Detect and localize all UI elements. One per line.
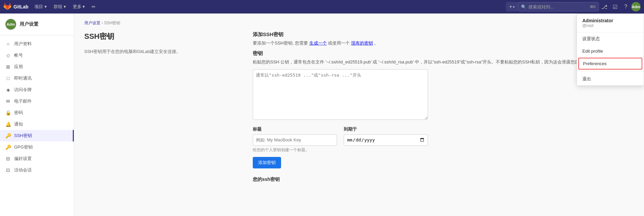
nav-more[interactable]: 更多 ▾	[69, 0, 89, 14]
user-dropdown: Administrator @root 设置状态 Edit profile Pr…	[577, 14, 644, 86]
generate-key-link[interactable]: 生成一个	[309, 40, 327, 46]
dropdown-user-info: Administrator @root	[577, 14, 644, 32]
title-label: 标题	[253, 126, 337, 132]
brand-logo[interactable]: GitLab	[3, 3, 28, 11]
search-icon: 🔍	[521, 4, 526, 9]
apps-icon: ⊞	[5, 64, 11, 70]
dropdown-divider	[577, 71, 644, 71]
sidebar-item-account[interactable]: ◇ 帐号	[0, 50, 74, 61]
gpg-key-icon: 🔑	[5, 144, 11, 150]
brand-text: GitLab	[13, 4, 28, 9]
nav-groups[interactable]: 群组 ▾	[50, 0, 69, 14]
sidebar-header: Adm 用户设置	[0, 19, 74, 35]
dropdown-set-status[interactable]: 设置状态	[577, 32, 644, 45]
search-input[interactable]	[528, 4, 588, 9]
sessions-icon: ⊡	[5, 167, 11, 173]
sidebar-item-im[interactable]: □ 即时通讯	[0, 73, 74, 84]
breadcrumb-parent[interactable]: 用户设置	[84, 21, 100, 25]
sidebar-item-active-sessions[interactable]: ⊡ 活动会话	[0, 164, 74, 176]
bell-icon: 🔔	[5, 122, 11, 127]
sidebar-item-ssh-keys[interactable]: 🔑 SSH密钥	[0, 130, 74, 141]
existing-keys-section-title: 您的ssh密钥	[253, 177, 634, 183]
dropdown-preferences[interactable]: Preferences	[578, 58, 642, 70]
sidebar-item-applications[interactable]: ⊞ 应用	[0, 61, 74, 73]
lock-icon: 🔒	[5, 110, 11, 115]
dropdown-logout[interactable]: 退出	[577, 73, 644, 85]
breadcrumb: 用户设置 › SSH密钥	[84, 20, 634, 26]
expiry-label: 到期于	[344, 126, 428, 132]
page-description: SSH密钥用于在您的电脑和GitLab建立安全连接。	[84, 48, 239, 55]
sidebar-item-access-tokens[interactable]: ◈ 访问令牌	[0, 84, 74, 96]
sidebar: Adm 用户设置 ○ 用户资料 ◇ 帐号 ⊞ 应用 □ 即时通讯 ◈ 访问令牌 …	[0, 14, 74, 216]
main-content: 用户设置 › SSH密钥 SSH密钥 SSH密钥用于在您的电脑和GitLab建立…	[74, 14, 644, 216]
email-icon: ✉	[5, 99, 11, 104]
token-icon: ◈	[5, 87, 11, 92]
chat-icon: □	[5, 76, 11, 81]
sidebar-title: 用户设置	[20, 21, 38, 27]
add-key-button[interactable]: 添加密钥	[253, 157, 281, 168]
nav-projects[interactable]: 项目 ▾	[31, 0, 50, 14]
dropdown-username: Administrator	[582, 18, 638, 23]
user-avatar-button[interactable]: Adm	[631, 2, 641, 11]
dropdown-handle: @root	[582, 23, 638, 28]
help-icon-btn[interactable]: ?	[620, 1, 631, 12]
sidebar-item-notifications[interactable]: 🔔 通知	[0, 118, 74, 130]
sidebar-item-email[interactable]: ✉ 电子邮件	[0, 96, 74, 107]
preferences-icon: ⊟	[5, 156, 11, 161]
sidebar-item-gpg-keys[interactable]: 🔑 GPG密钥	[0, 141, 74, 153]
issues-icon-btn[interactable]: ☑	[610, 1, 620, 12]
dropdown-edit-profile[interactable]: Edit profile	[577, 45, 644, 57]
breadcrumb-current: SSH密钥	[104, 21, 121, 25]
gitlab-logo-icon	[3, 3, 11, 11]
account-icon: ◇	[5, 53, 11, 58]
title-input[interactable]	[253, 134, 337, 146]
sidebar-item-preferences[interactable]: ⊟ 偏好设置	[0, 153, 74, 164]
title-hint: 给您的个人密钥创建一个标题。	[253, 147, 634, 153]
sidebar-item-password[interactable]: 🔒 密码	[0, 107, 74, 118]
sidebar-avatar: Adm	[5, 19, 16, 30]
search-shortcut: ⌘K	[590, 5, 596, 9]
user-icon: ○	[5, 41, 11, 47]
expiry-input[interactable]	[344, 134, 428, 146]
new-item-button[interactable]: + ▾	[506, 2, 518, 11]
plus-icon: +	[509, 4, 512, 10]
top-navbar: GitLab 项目 ▾ 群组 ▾ 更多 ▾ ✏ + ▾ 🔍 ⌘K ⎇ ☑ ? A…	[0, 0, 644, 14]
page-title: SSH密钥	[84, 31, 239, 42]
sidebar-item-profile[interactable]: ○ 用户资料	[0, 38, 74, 50]
existing-key-link[interactable]: 现有的密钥	[351, 40, 373, 46]
global-search[interactable]: 🔍 ⌘K	[518, 2, 599, 11]
chevron-down-icon: ▾	[513, 5, 515, 9]
merge-requests-icon-btn[interactable]: ⎇	[599, 1, 610, 12]
ssh-key-icon: 🔑	[5, 133, 11, 138]
ssh-key-textarea[interactable]	[253, 69, 428, 120]
pencil-icon-btn[interactable]: ✏	[88, 1, 99, 12]
